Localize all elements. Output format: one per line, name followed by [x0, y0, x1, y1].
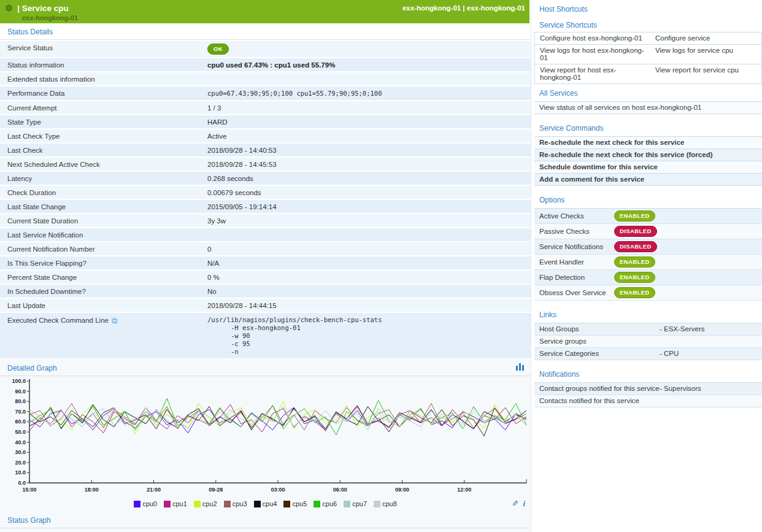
link-row: Service Categories - CPU — [534, 348, 762, 360]
service-shortcut-link[interactable]: View report for service cpu — [650, 64, 761, 83]
row-value: 0 — [207, 245, 526, 253]
notifications-list: Contact groups notified for this service… — [534, 382, 762, 407]
row-label: Next Scheduled Active Check — [7, 160, 207, 168]
legend-item: cpu5 — [283, 500, 307, 507]
status-details-table: Service Status OK Status information cpu… — [0, 41, 531, 358]
svg-text:30.0: 30.0 — [15, 449, 26, 455]
all-services-list: View status of all services on host esx-… — [534, 101, 762, 114]
host-shortcut-link[interactable]: View logs for host esx-hongkong-01 — [535, 45, 650, 64]
svg-text:0.0: 0.0 — [18, 480, 26, 486]
page-title: | Service cpu — [17, 4, 68, 13]
option-label: Event Handler — [539, 258, 614, 266]
row-label: Check Duration — [7, 188, 207, 196]
option-label: Passive Checks — [539, 228, 614, 235]
row-label: Percent State Change — [7, 273, 207, 281]
table-row: Last Check 2018/09/28 - 14:40:53 — [0, 144, 531, 156]
link-value[interactable]: - CPU — [660, 350, 757, 357]
service-commands-heading: Service Commands — [534, 119, 762, 136]
gear-icon[interactable]: ⚙ — [5, 3, 13, 13]
svg-text:21:00: 21:00 — [147, 487, 161, 493]
shortcut-row: View report for host esx-hongkong-01 Vie… — [535, 64, 761, 84]
service-command-link[interactable]: Schedule downtime for this service — [534, 161, 762, 174]
link-value[interactable]: - ESX-Servers — [660, 325, 757, 333]
all-services-heading: All Services — [534, 84, 762, 101]
row-value: cpu0=67.43;90;95;0;100 cpu1=55.79;90;95;… — [207, 89, 526, 98]
edit-graph-icon[interactable]: ✎ — [512, 499, 518, 508]
table-row: Last Update 2018/09/28 - 14:44:15 — [0, 299, 531, 312]
legend-item: cpu1 — [164, 500, 187, 507]
service-command-link[interactable]: Re-schedule the next check for this serv… — [534, 149, 762, 161]
sidebar-panel: Host ShortcutsService Shortcuts Configur… — [534, 0, 762, 532]
notification-value[interactable] — [660, 397, 757, 404]
service-command-link[interactable]: Re-schedule the next check for this serv… — [534, 137, 762, 149]
row-value: Active — [207, 132, 526, 140]
options-heading: Options — [534, 191, 762, 208]
link-value[interactable] — [660, 337, 757, 345]
notification-label: Contact groups notified for this service — [539, 385, 660, 392]
legend-swatch — [314, 501, 320, 507]
option-row: Active Checks ENABLED — [534, 209, 762, 224]
table-row: Last Check Type Active — [0, 129, 531, 142]
link-label: Service groups — [539, 337, 660, 345]
all-services-link[interactable]: View status of all services on host esx-… — [534, 102, 762, 114]
link-label: Host Groups — [539, 325, 660, 333]
legend-swatch — [283, 501, 290, 507]
info-icon[interactable]: i — [523, 499, 525, 508]
status-badge: ENABLED — [614, 287, 655, 298]
row-label: Last Check Type — [7, 132, 207, 140]
host-shortcut-link[interactable]: Configure host esx-hongkong-01 — [535, 33, 650, 44]
table-row: Service Status OK — [0, 41, 531, 57]
legend-item: cpu8 — [374, 500, 397, 507]
detailed-graph-svg: 0.010.020.030.040.050.060.070.080.090.01… — [0, 377, 529, 495]
row-value: 1 / 3 — [207, 104, 526, 112]
detailed-graph-section: Detailed Graph 0.010.020.030.040.050.060… — [0, 360, 531, 512]
option-row: Obsess Over Service ENABLED — [534, 285, 762, 301]
row-label: State Type — [7, 118, 207, 126]
row-label: Performance Data — [7, 89, 207, 97]
links-list: Host Groups - ESX-Servers Service groups… — [534, 323, 762, 360]
table-row: Extended status information — [0, 72, 531, 85]
svg-text:03:00: 03:00 — [271, 487, 285, 493]
table-row: Percent State Change 0 % — [0, 271, 531, 283]
copy-icon[interactable] — [109, 316, 117, 326]
row-value: 0.268 seconds — [207, 174, 526, 182]
option-label: Obsess Over Service — [539, 289, 614, 296]
host-shortcut-link[interactable]: View report for host esx-hongkong-01 — [535, 64, 650, 83]
svg-text:12:00: 12:00 — [457, 487, 471, 493]
row-label: Status information — [7, 61, 207, 69]
notification-row: Contacts notified for this service — [534, 395, 762, 407]
row-label: Is This Service Flapping? — [7, 259, 207, 267]
notification-value[interactable]: - Supervisors — [660, 385, 757, 392]
svg-text:20.0: 20.0 — [15, 460, 26, 466]
row-label: Service Status — [7, 44, 207, 52]
host-subtitle: esx-hongkong-01 — [22, 14, 525, 21]
row-label: Last Update — [7, 301, 207, 309]
table-row: Current Attempt 1 / 3 — [0, 101, 531, 114]
shortcut-row: Configure host esx-hongkong-01 Configure… — [535, 33, 761, 45]
row-value — [207, 231, 526, 231]
chart-legend: cpu0cpu1cpu2cpu3cpu4cpu5cpu6cpu7cpu8 ✎i — [0, 497, 531, 512]
row-label: Extended status information — [7, 75, 207, 83]
service-shortcut-link[interactable]: Configure service — [650, 33, 761, 44]
service-shortcut-link[interactable]: View logs for service cpu — [650, 45, 761, 64]
header-host-breadcrumb[interactable]: esx-hongkong-01 | esx-hongkong-01 — [402, 4, 525, 12]
option-row: Passive Checks DISABLED — [534, 224, 762, 239]
table-row: Next Scheduled Active Check 2018/09/28 -… — [0, 158, 531, 171]
notifications-heading: Notifications — [534, 365, 762, 382]
row-value: N/A — [207, 259, 526, 267]
host-shortcuts-heading: Host Shortcuts — [534, 0, 648, 16]
svg-text:06:00: 06:00 — [333, 487, 347, 493]
bar-chart-icon[interactable] — [516, 363, 525, 372]
status-badge: ENABLED — [614, 272, 655, 283]
table-row: In Scheduled Downtime? No — [0, 285, 531, 298]
service-command-link[interactable]: Add a comment for this service — [534, 174, 762, 186]
row-value: 2018/09/28 - 14:44:15 — [207, 301, 526, 309]
shortcut-row: View logs for host esx-hongkong-01 View … — [535, 45, 761, 64]
row-label: Latency — [7, 174, 207, 182]
links-heading: Links — [534, 306, 762, 323]
svg-text:60.0: 60.0 — [15, 418, 26, 425]
status-badge: ENABLED — [614, 256, 655, 268]
legend-item: cpu0 — [134, 500, 157, 507]
legend-item: cpu2 — [194, 500, 217, 507]
service-header: ⚙ | Service cpu esx-hongkong-01 esx-hong… — [0, 0, 529, 23]
